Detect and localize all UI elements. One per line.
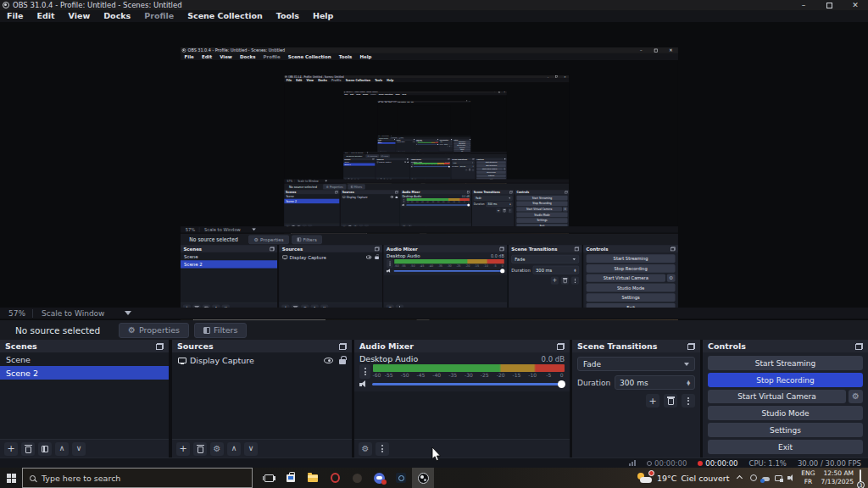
add-transition-button[interactable]: +	[551, 276, 559, 284]
visibility-icon[interactable]	[404, 161, 406, 162]
properties-button[interactable]: ⚙ Properties	[119, 323, 189, 338]
popout-icon[interactable]	[336, 191, 338, 193]
source-item[interactable]: Display Capture	[341, 194, 400, 199]
volume-icon[interactable]	[787, 474, 795, 481]
advanced-audio-button[interactable]: ⚙	[359, 442, 372, 456]
lock-icon[interactable]	[339, 359, 346, 364]
virtual-camera-config-button[interactable]: ⚙	[563, 207, 568, 211]
popout-icon[interactable]	[510, 191, 513, 193]
menu-scene-collection[interactable]: Scene Collection	[284, 53, 335, 60]
popout-icon[interactable]	[670, 247, 675, 251]
menu-edit[interactable]: Edit	[30, 10, 61, 22]
start-streaming-button[interactable]: Start Streaming	[516, 196, 567, 201]
scene-up-button[interactable]: ∧	[55, 442, 69, 456]
scene-item-selected[interactable]: Scene 2	[284, 199, 339, 203]
stop-recording-button[interactable]: Stop Recording	[516, 201, 567, 206]
start-virtual-camera-button[interactable]: Start Virtual Camera	[476, 168, 503, 170]
menu-help[interactable]: Help	[306, 10, 340, 22]
filters-button[interactable]: Filters	[292, 235, 322, 243]
remove-transition-button[interactable]	[561, 276, 569, 284]
settings-button[interactable]: Settings	[708, 423, 863, 437]
menu-scene-collection[interactable]: Scene Collection	[181, 10, 270, 22]
popout-icon[interactable]	[375, 247, 379, 251]
popout-icon[interactable]	[394, 140, 395, 141]
properties-button[interactable]: ⚙ Properties	[365, 154, 379, 158]
settings-button[interactable]: Settings	[516, 218, 567, 223]
virtual-camera-config-button[interactable]: ⚙	[667, 274, 676, 282]
steam-button[interactable]	[390, 468, 412, 488]
preview-capture[interactable]	[397, 106, 450, 138]
task-view-button[interactable]	[258, 468, 280, 488]
transition-menu-button[interactable]	[508, 208, 512, 213]
chevron-down-icon[interactable]	[125, 311, 131, 315]
restore-button[interactable]	[826, 3, 832, 8]
menu-tools[interactable]: Tools	[335, 53, 356, 60]
spinner-arrows[interactable]: ▲▼	[687, 380, 690, 385]
remove-transition-button[interactable]	[502, 208, 506, 213]
scale-mode-select[interactable]: Scale to Window	[199, 227, 245, 232]
popout-icon[interactable]	[156, 343, 164, 350]
duration-input[interactable]: 300 ms ▲▼	[459, 165, 475, 168]
volume-slider-knob[interactable]	[558, 380, 565, 388]
menu-tools[interactable]: Tools	[270, 10, 306, 22]
scene-item[interactable]: Scene	[0, 352, 169, 366]
filters-button[interactable]: Filters	[380, 154, 390, 158]
store-button[interactable]	[280, 468, 302, 488]
volume-slider[interactable]	[406, 204, 470, 205]
add-transition-button[interactable]: +	[496, 208, 500, 213]
menu-help[interactable]: Help	[356, 53, 376, 60]
menu-edit[interactable]: Edit	[198, 53, 215, 60]
popout-icon[interactable]	[575, 247, 579, 251]
popout-icon[interactable]	[448, 158, 450, 160]
start-virtual-camera-button[interactable]: Start Virtual Camera	[587, 274, 665, 282]
lock-icon[interactable]	[407, 162, 409, 163]
chevron-down-icon[interactable]	[326, 180, 328, 182]
transition-select[interactable]: Fade	[577, 357, 695, 371]
minimize-button[interactable]: –	[799, 0, 808, 10]
scene-item[interactable]: Scene	[181, 252, 277, 260]
settings-button[interactable]: Settings	[476, 175, 505, 177]
restore-button[interactable]	[555, 75, 557, 77]
menu-file[interactable]: File	[0, 10, 30, 22]
menu-profile[interactable]: Profile	[259, 53, 284, 60]
visibility-icon[interactable]	[391, 196, 394, 197]
remove-transition-button[interactable]	[469, 169, 471, 171]
volume-slider[interactable]	[414, 166, 450, 167]
source-up-button[interactable]: ∧	[227, 442, 241, 456]
volume-slider[interactable]	[394, 270, 504, 272]
popout-icon[interactable]	[396, 191, 398, 193]
add-transition-button[interactable]: +	[646, 394, 659, 408]
mixer-kebab-button[interactable]	[387, 259, 392, 268]
filters-button[interactable]: Filters	[348, 184, 365, 189]
add-scene-button[interactable]: +	[4, 442, 18, 456]
start-button[interactable]	[0, 468, 22, 488]
volume-slider-knob[interactable]	[437, 144, 438, 145]
minimize-button[interactable]: –	[639, 47, 644, 53]
language-indicator[interactable]: ENG FR	[801, 469, 815, 486]
close-button[interactable]: ✕	[668, 47, 673, 53]
preview-capture[interactable]: OBS 31.0.4 - Profile: Untitled - Scenes:…	[377, 101, 471, 157]
start-virtual-camera-button[interactable]: Start Virtual Camera	[708, 390, 846, 403]
preview-capture[interactable]: OBS 31.0.4 - Profile: Untitled - Scenes:…	[181, 47, 678, 331]
start-streaming-button[interactable]: Start Streaming	[476, 161, 505, 164]
volume-slider-knob[interactable]	[500, 269, 504, 273]
file-explorer-button[interactable]	[302, 468, 324, 488]
menu-view[interactable]: View	[216, 53, 236, 60]
mixer-menu-button[interactable]	[376, 442, 389, 456]
speaker-icon[interactable]	[387, 269, 392, 273]
source-item[interactable]: Display Capture	[172, 352, 352, 368]
source-item[interactable]: Display Capture	[396, 141, 415, 142]
stop-recording-button[interactable]: Stop Recording	[476, 164, 505, 167]
discord-button[interactable]	[368, 468, 390, 488]
pinned-app-button[interactable]	[346, 468, 368, 488]
transition-select[interactable]: Fade	[452, 161, 474, 164]
scale-mode-select[interactable]: Scale to Window	[33, 309, 113, 318]
duration-input[interactable]: 300 ms ▲▼	[486, 202, 512, 207]
studio-mode-button[interactable]: Studio Mode	[708, 406, 863, 420]
clock[interactable]: 12:50 AM 7/13/2025	[821, 469, 854, 486]
opera-button[interactable]	[324, 468, 346, 488]
transition-select[interactable]: Fade	[474, 196, 513, 201]
popout-icon[interactable]	[500, 247, 504, 251]
preview-capture[interactable]: OBS 31.0.4 - Profile: Untitled - Scenes:…	[343, 92, 507, 187]
popout-icon[interactable]	[467, 191, 470, 193]
